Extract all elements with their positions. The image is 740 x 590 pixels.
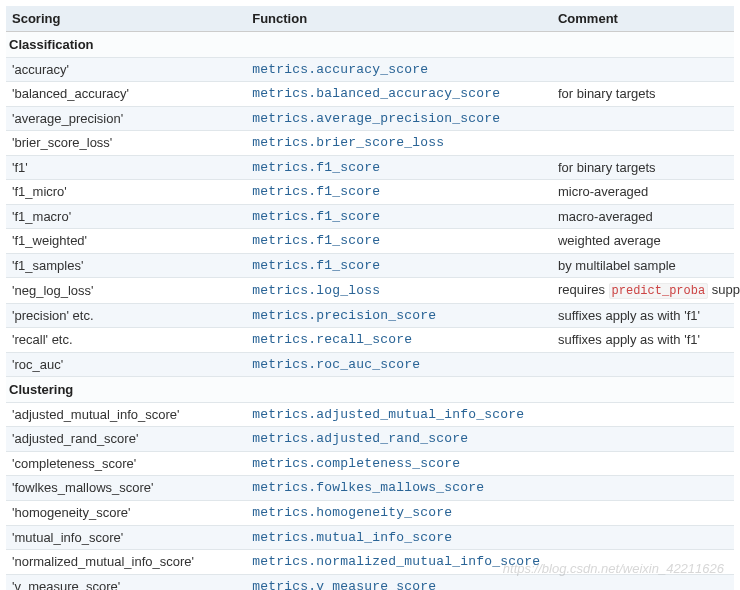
- table-header-row: Scoring Function Comment: [6, 6, 734, 32]
- comment-cell: [552, 476, 734, 501]
- table-row: 'f1_samples'metrics.f1_scoreby multilabe…: [6, 253, 734, 278]
- comment-cell: [552, 451, 734, 476]
- scoring-name: 'normalized_mutual_info_score': [6, 550, 246, 575]
- scoring-name: 'f1_samples': [6, 253, 246, 278]
- table-row: 'f1'metrics.f1_scorefor binary targets: [6, 155, 734, 180]
- scoring-name: 'recall' etc.: [6, 328, 246, 353]
- section-header: Classification: [6, 32, 734, 58]
- scoring-name: 'adjusted_rand_score': [6, 427, 246, 452]
- comment-cell: suffixes apply as with 'f1': [552, 328, 734, 353]
- scoring-name: 'neg_log_loss': [6, 278, 246, 303]
- comment-cell: requires predict_proba support: [552, 278, 734, 303]
- function-link[interactable]: metrics.f1_score: [246, 204, 552, 229]
- section-title: Classification: [6, 32, 734, 58]
- scoring-name: 'balanced_accuracy': [6, 82, 246, 107]
- comment-cell: [552, 106, 734, 131]
- function-link[interactable]: metrics.roc_auc_score: [246, 352, 552, 377]
- comment-cell: [552, 525, 734, 550]
- function-link[interactable]: metrics.average_precision_score: [246, 106, 552, 131]
- comment-cell: [552, 131, 734, 156]
- scoring-name: 'accuracy': [6, 57, 246, 82]
- section-header: Clustering: [6, 377, 734, 403]
- scoring-name: 'average_precision': [6, 106, 246, 131]
- col-comment: Comment: [552, 6, 734, 32]
- table-row: 'accuracy'metrics.accuracy_score: [6, 57, 734, 82]
- table-row: 'roc_auc'metrics.roc_auc_score: [6, 352, 734, 377]
- comment-cell: [552, 574, 734, 590]
- col-function: Function: [246, 6, 552, 32]
- table-row: 'precision' etc.metrics.precision_scores…: [6, 303, 734, 328]
- scoring-name: 'fowlkes_mallows_score': [6, 476, 246, 501]
- table-row: 'neg_log_loss'metrics.log_lossrequires p…: [6, 278, 734, 303]
- function-link[interactable]: metrics.accuracy_score: [246, 57, 552, 82]
- table-row: 'normalized_mutual_info_score'metrics.no…: [6, 550, 734, 575]
- scoring-name: 'adjusted_mutual_info_score': [6, 402, 246, 427]
- table-row: 'v_measure_score'metrics.v_measure_score: [6, 574, 734, 590]
- scoring-name: 'completeness_score': [6, 451, 246, 476]
- function-link[interactable]: metrics.completeness_score: [246, 451, 552, 476]
- table-row: 'f1_micro'metrics.f1_scoremicro-averaged: [6, 180, 734, 205]
- scoring-name: 'brier_score_loss': [6, 131, 246, 156]
- comment-cell: weighted average: [552, 229, 734, 254]
- comment-cell: [552, 352, 734, 377]
- scoring-name: 'f1_micro': [6, 180, 246, 205]
- table-row: 'average_precision'metrics.average_preci…: [6, 106, 734, 131]
- comment-cell: [552, 57, 734, 82]
- function-link[interactable]: metrics.adjusted_mutual_info_score: [246, 402, 552, 427]
- function-link[interactable]: metrics.f1_score: [246, 253, 552, 278]
- scoring-name: 'v_measure_score': [6, 574, 246, 590]
- code-literal: predict_proba: [609, 283, 709, 299]
- scoring-name: 'f1_weighted': [6, 229, 246, 254]
- comment-cell: suffixes apply as with 'f1': [552, 303, 734, 328]
- function-link[interactable]: metrics.homogeneity_score: [246, 501, 552, 526]
- table-row: 'homogeneity_score'metrics.homogeneity_s…: [6, 501, 734, 526]
- function-link[interactable]: metrics.f1_score: [246, 229, 552, 254]
- table-row: 'fowlkes_mallows_score'metrics.fowlkes_m…: [6, 476, 734, 501]
- comment-cell: by multilabel sample: [552, 253, 734, 278]
- table-row: 'adjusted_mutual_info_score'metrics.adju…: [6, 402, 734, 427]
- table-row: 'brier_score_loss'metrics.brier_score_lo…: [6, 131, 734, 156]
- scoring-name: 'precision' etc.: [6, 303, 246, 328]
- function-link[interactable]: metrics.fowlkes_mallows_score: [246, 476, 552, 501]
- scoring-name: 'mutual_info_score': [6, 525, 246, 550]
- function-link[interactable]: metrics.log_loss: [246, 278, 552, 303]
- table-row: 'adjusted_rand_score'metrics.adjusted_ra…: [6, 427, 734, 452]
- table-row: 'f1_macro'metrics.f1_scoremacro-averaged: [6, 204, 734, 229]
- comment-cell: micro-averaged: [552, 180, 734, 205]
- scoring-name: 'f1_macro': [6, 204, 246, 229]
- function-link[interactable]: metrics.f1_score: [246, 180, 552, 205]
- comment-cell: [552, 402, 734, 427]
- function-link[interactable]: metrics.balanced_accuracy_score: [246, 82, 552, 107]
- scoring-table: Scoring Function Comment Classification'…: [6, 6, 734, 590]
- table-row: 'mutual_info_score'metrics.mutual_info_s…: [6, 525, 734, 550]
- comment-cell: [552, 550, 734, 575]
- function-link[interactable]: metrics.f1_score: [246, 155, 552, 180]
- comment-cell: for binary targets: [552, 82, 734, 107]
- function-link[interactable]: metrics.precision_score: [246, 303, 552, 328]
- col-scoring: Scoring: [6, 6, 246, 32]
- function-link[interactable]: metrics.normalized_mutual_info_score: [246, 550, 552, 575]
- comment-cell: macro-averaged: [552, 204, 734, 229]
- function-link[interactable]: metrics.adjusted_rand_score: [246, 427, 552, 452]
- table-row: 'balanced_accuracy'metrics.balanced_accu…: [6, 82, 734, 107]
- function-link[interactable]: metrics.recall_score: [246, 328, 552, 353]
- table-row: 'completeness_score'metrics.completeness…: [6, 451, 734, 476]
- section-title: Clustering: [6, 377, 734, 403]
- scoring-name: 'homogeneity_score': [6, 501, 246, 526]
- comment-cell: for binary targets: [552, 155, 734, 180]
- function-link[interactable]: metrics.mutual_info_score: [246, 525, 552, 550]
- scoring-name: 'f1': [6, 155, 246, 180]
- function-link[interactable]: metrics.brier_score_loss: [246, 131, 552, 156]
- table-row: 'recall' etc.metrics.recall_scoresuffixe…: [6, 328, 734, 353]
- function-link[interactable]: metrics.v_measure_score: [246, 574, 552, 590]
- scoring-name: 'roc_auc': [6, 352, 246, 377]
- table-row: 'f1_weighted'metrics.f1_scoreweighted av…: [6, 229, 734, 254]
- comment-cell: [552, 501, 734, 526]
- comment-cell: [552, 427, 734, 452]
